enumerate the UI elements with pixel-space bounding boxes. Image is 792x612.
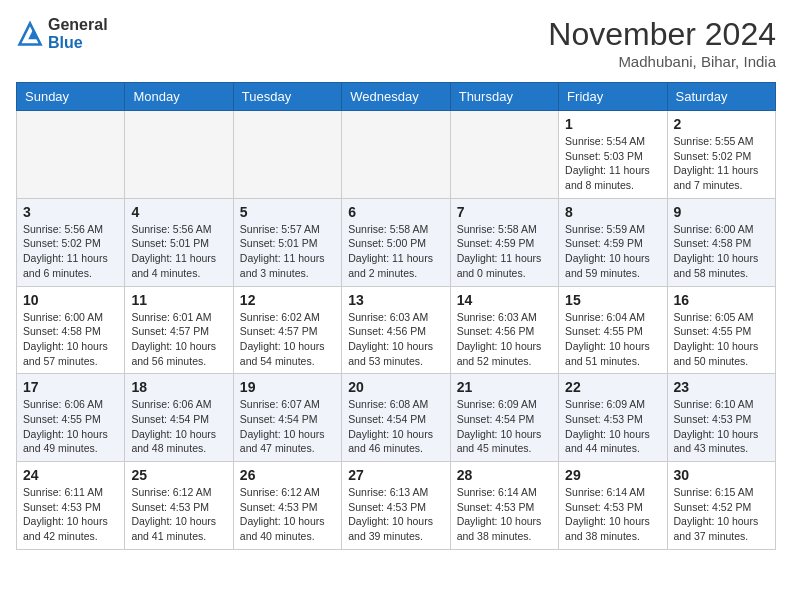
table-row: 6Sunrise: 5:58 AMSunset: 5:00 PMDaylight…: [342, 198, 450, 286]
location-text: Madhubani, Bihar, India: [548, 53, 776, 70]
day-number: 7: [457, 204, 552, 220]
table-row: 7Sunrise: 5:58 AMSunset: 4:59 PMDaylight…: [450, 198, 558, 286]
day-number: 13: [348, 292, 443, 308]
day-number: 12: [240, 292, 335, 308]
table-row: 1Sunrise: 5:54 AMSunset: 5:03 PMDaylight…: [559, 111, 667, 199]
page-header: General Blue November 2024 Madhubani, Bi…: [16, 16, 776, 70]
cell-info: Sunrise: 6:06 AMSunset: 4:54 PMDaylight:…: [131, 397, 226, 456]
day-number: 23: [674, 379, 769, 395]
calendar-week-row: 10Sunrise: 6:00 AMSunset: 4:58 PMDayligh…: [17, 286, 776, 374]
table-row: 4Sunrise: 5:56 AMSunset: 5:01 PMDaylight…: [125, 198, 233, 286]
header-wednesday: Wednesday: [342, 83, 450, 111]
day-number: 21: [457, 379, 552, 395]
table-row: 30Sunrise: 6:15 AMSunset: 4:52 PMDayligh…: [667, 462, 775, 550]
day-number: 22: [565, 379, 660, 395]
header-thursday: Thursday: [450, 83, 558, 111]
cell-info: Sunrise: 6:08 AMSunset: 4:54 PMDaylight:…: [348, 397, 443, 456]
table-row: 21Sunrise: 6:09 AMSunset: 4:54 PMDayligh…: [450, 374, 558, 462]
header-sunday: Sunday: [17, 83, 125, 111]
table-row: 8Sunrise: 5:59 AMSunset: 4:59 PMDaylight…: [559, 198, 667, 286]
header-saturday: Saturday: [667, 83, 775, 111]
table-row: 19Sunrise: 6:07 AMSunset: 4:54 PMDayligh…: [233, 374, 341, 462]
day-number: 8: [565, 204, 660, 220]
header-tuesday: Tuesday: [233, 83, 341, 111]
table-row: 24Sunrise: 6:11 AMSunset: 4:53 PMDayligh…: [17, 462, 125, 550]
table-row: 17Sunrise: 6:06 AMSunset: 4:55 PMDayligh…: [17, 374, 125, 462]
month-title: November 2024: [548, 16, 776, 53]
calendar-week-row: 24Sunrise: 6:11 AMSunset: 4:53 PMDayligh…: [17, 462, 776, 550]
calendar-table: Sunday Monday Tuesday Wednesday Thursday…: [16, 82, 776, 550]
table-row: 2Sunrise: 5:55 AMSunset: 5:02 PMDaylight…: [667, 111, 775, 199]
day-number: 19: [240, 379, 335, 395]
cell-info: Sunrise: 6:11 AMSunset: 4:53 PMDaylight:…: [23, 485, 118, 544]
title-area: November 2024 Madhubani, Bihar, India: [548, 16, 776, 70]
cell-info: Sunrise: 6:04 AMSunset: 4:55 PMDaylight:…: [565, 310, 660, 369]
table-row: 28Sunrise: 6:14 AMSunset: 4:53 PMDayligh…: [450, 462, 558, 550]
table-row: 29Sunrise: 6:14 AMSunset: 4:53 PMDayligh…: [559, 462, 667, 550]
logo-icon: [16, 20, 44, 48]
table-row: 25Sunrise: 6:12 AMSunset: 4:53 PMDayligh…: [125, 462, 233, 550]
table-row: 10Sunrise: 6:00 AMSunset: 4:58 PMDayligh…: [17, 286, 125, 374]
svg-marker-2: [28, 28, 39, 39]
table-row: [450, 111, 558, 199]
cell-info: Sunrise: 6:06 AMSunset: 4:55 PMDaylight:…: [23, 397, 118, 456]
day-number: 17: [23, 379, 118, 395]
day-number: 14: [457, 292, 552, 308]
day-number: 24: [23, 467, 118, 483]
cell-info: Sunrise: 6:10 AMSunset: 4:53 PMDaylight:…: [674, 397, 769, 456]
day-number: 5: [240, 204, 335, 220]
table-row: 5Sunrise: 5:57 AMSunset: 5:01 PMDaylight…: [233, 198, 341, 286]
day-number: 2: [674, 116, 769, 132]
day-number: 9: [674, 204, 769, 220]
calendar-week-row: 1Sunrise: 5:54 AMSunset: 5:03 PMDaylight…: [17, 111, 776, 199]
cell-info: Sunrise: 6:01 AMSunset: 4:57 PMDaylight:…: [131, 310, 226, 369]
table-row: 15Sunrise: 6:04 AMSunset: 4:55 PMDayligh…: [559, 286, 667, 374]
day-number: 10: [23, 292, 118, 308]
table-row: 18Sunrise: 6:06 AMSunset: 4:54 PMDayligh…: [125, 374, 233, 462]
cell-info: Sunrise: 6:12 AMSunset: 4:53 PMDaylight:…: [131, 485, 226, 544]
table-row: [125, 111, 233, 199]
cell-info: Sunrise: 6:00 AMSunset: 4:58 PMDaylight:…: [23, 310, 118, 369]
header-friday: Friday: [559, 83, 667, 111]
day-number: 6: [348, 204, 443, 220]
day-number: 27: [348, 467, 443, 483]
cell-info: Sunrise: 5:56 AMSunset: 5:02 PMDaylight:…: [23, 222, 118, 281]
cell-info: Sunrise: 6:05 AMSunset: 4:55 PMDaylight:…: [674, 310, 769, 369]
cell-info: Sunrise: 6:02 AMSunset: 4:57 PMDaylight:…: [240, 310, 335, 369]
table-row: 3Sunrise: 5:56 AMSunset: 5:02 PMDaylight…: [17, 198, 125, 286]
day-number: 29: [565, 467, 660, 483]
cell-info: Sunrise: 5:56 AMSunset: 5:01 PMDaylight:…: [131, 222, 226, 281]
table-row: 16Sunrise: 6:05 AMSunset: 4:55 PMDayligh…: [667, 286, 775, 374]
cell-info: Sunrise: 6:09 AMSunset: 4:53 PMDaylight:…: [565, 397, 660, 456]
svg-marker-1: [20, 23, 41, 44]
cell-info: Sunrise: 6:13 AMSunset: 4:53 PMDaylight:…: [348, 485, 443, 544]
table-row: 12Sunrise: 6:02 AMSunset: 4:57 PMDayligh…: [233, 286, 341, 374]
logo-text: General Blue: [48, 16, 108, 51]
cell-info: Sunrise: 6:03 AMSunset: 4:56 PMDaylight:…: [348, 310, 443, 369]
cell-info: Sunrise: 6:14 AMSunset: 4:53 PMDaylight:…: [457, 485, 552, 544]
table-row: 23Sunrise: 6:10 AMSunset: 4:53 PMDayligh…: [667, 374, 775, 462]
table-row: [233, 111, 341, 199]
calendar-week-row: 3Sunrise: 5:56 AMSunset: 5:02 PMDaylight…: [17, 198, 776, 286]
weekday-header-row: Sunday Monday Tuesday Wednesday Thursday…: [17, 83, 776, 111]
table-row: 27Sunrise: 6:13 AMSunset: 4:53 PMDayligh…: [342, 462, 450, 550]
cell-info: Sunrise: 5:55 AMSunset: 5:02 PMDaylight:…: [674, 134, 769, 193]
day-number: 1: [565, 116, 660, 132]
cell-info: Sunrise: 6:09 AMSunset: 4:54 PMDaylight:…: [457, 397, 552, 456]
table-row: 26Sunrise: 6:12 AMSunset: 4:53 PMDayligh…: [233, 462, 341, 550]
header-monday: Monday: [125, 83, 233, 111]
cell-info: Sunrise: 5:59 AMSunset: 4:59 PMDaylight:…: [565, 222, 660, 281]
day-number: 16: [674, 292, 769, 308]
cell-info: Sunrise: 6:12 AMSunset: 4:53 PMDaylight:…: [240, 485, 335, 544]
table-row: 22Sunrise: 6:09 AMSunset: 4:53 PMDayligh…: [559, 374, 667, 462]
cell-info: Sunrise: 5:58 AMSunset: 4:59 PMDaylight:…: [457, 222, 552, 281]
logo: General Blue: [16, 16, 108, 51]
logo-blue-text: Blue: [48, 34, 108, 52]
day-number: 15: [565, 292, 660, 308]
day-number: 26: [240, 467, 335, 483]
cell-info: Sunrise: 5:58 AMSunset: 5:00 PMDaylight:…: [348, 222, 443, 281]
day-number: 20: [348, 379, 443, 395]
day-number: 18: [131, 379, 226, 395]
cell-info: Sunrise: 6:00 AMSunset: 4:58 PMDaylight:…: [674, 222, 769, 281]
cell-info: Sunrise: 6:07 AMSunset: 4:54 PMDaylight:…: [240, 397, 335, 456]
